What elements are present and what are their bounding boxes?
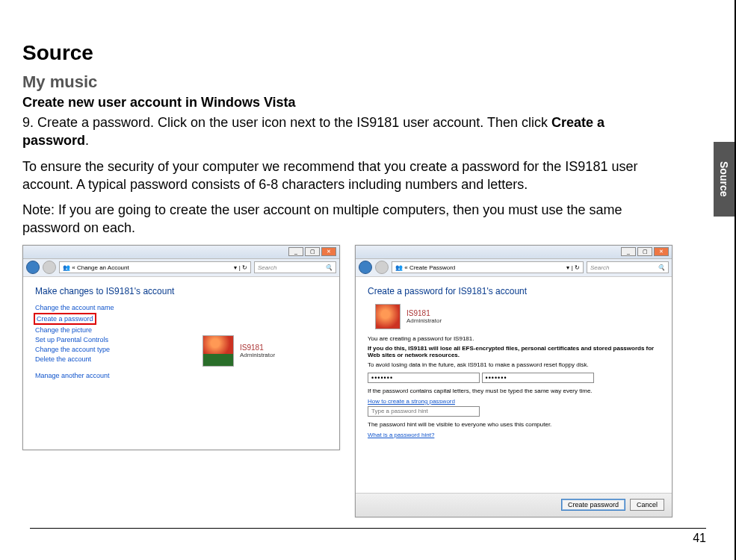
note-hint-visible: The password hint will be visible to eve… [368, 421, 660, 428]
step-number: 9. [22, 115, 34, 130]
password-field-2[interactable] [482, 373, 594, 383]
maximize-button[interactable]: ▢ [305, 247, 320, 256]
side-tab: Source [714, 142, 735, 217]
forward-button[interactable] [43, 261, 56, 274]
link-change-picture[interactable]: Change the picture [35, 326, 327, 334]
user-name-left: IS9181 [240, 343, 275, 352]
note-efs-warning: If you do this, IS9181 will lose all EFS… [368, 345, 660, 358]
main-content: Source My music Create new user account … [0, 0, 702, 540]
forward-button-r[interactable] [375, 261, 389, 274]
paragraph-note: Note: If you are going to create the use… [22, 201, 672, 237]
page-title: Source [22, 41, 672, 65]
breadcrumb-text-left: « Change an Account [72, 264, 129, 271]
create-password-button[interactable]: Create password [561, 499, 625, 511]
section-title: My music [22, 72, 672, 92]
close-button[interactable]: ✕ [321, 247, 336, 256]
titlebar-left: _ ▢ ✕ [23, 246, 339, 259]
step-text-b: . [85, 133, 89, 148]
maximize-button-r[interactable]: ▢ [637, 247, 652, 256]
step-9: 9. Create a password. Click on the user … [22, 113, 672, 150]
folder-icon-r: 👥 [395, 264, 403, 271]
paragraph-security: To ensure the security of your computer … [22, 158, 672, 194]
window-change-account: _ ▢ ✕ 👥 « Change an Account ▾ | ↻ Search… [22, 245, 340, 450]
breadcrumb-right[interactable]: 👥 « Create Password ▾ | ↻ [392, 261, 584, 273]
link-delete-account[interactable]: Delete the account [35, 355, 327, 363]
user-picture-icon [202, 335, 234, 367]
address-bar-left: 👥 « Change an Account ▾ | ↻ Search 🔍 [23, 259, 339, 277]
link-parental-controls[interactable]: Set up Parental Controls [35, 336, 327, 343]
back-button-r[interactable] [359, 261, 372, 274]
step-text-a: Create a password. Click on the user ico… [37, 115, 551, 130]
page-number: 41 [30, 528, 706, 545]
back-button[interactable] [26, 261, 40, 274]
user-role-right: Administrator [406, 317, 442, 324]
titlebar-right: _ ▢ ✕ [356, 246, 672, 259]
address-bar-right: 👥 « Create Password ▾ | ↻ Search 🔍 [356, 259, 672, 277]
password-hint-field[interactable] [368, 406, 480, 417]
folder-icon: 👥 [63, 264, 70, 271]
link-change-type[interactable]: Change the account type [35, 346, 327, 353]
pane-left: Make changes to IS9181's account Change … [23, 277, 339, 449]
search-input-right[interactable]: Search 🔍 [587, 261, 669, 273]
search-input-left[interactable]: Search 🔍 [254, 261, 336, 273]
note-creating: You are creating a password for IS9181. [368, 335, 660, 342]
subsection-title: Create new user account in Windows Vista [22, 95, 672, 111]
minimize-button-r[interactable]: _ [621, 247, 636, 256]
screenshots-row: _ ▢ ✕ 👥 « Change an Account ▾ | ↻ Search… [22, 245, 672, 517]
link-manage-another[interactable]: Manage another account [35, 372, 327, 379]
user-tile-right: IS9181 Administrator [375, 304, 660, 329]
note-floppy: To avoid losing data in the future, ask … [368, 361, 660, 368]
user-picture-icon-r [375, 304, 401, 329]
window-create-password: _ ▢ ✕ 👥 « Create Password ▾ | ↻ Search 🔍 [355, 245, 672, 517]
cancel-button[interactable]: Cancel [630, 499, 664, 511]
note-capitals: If the password contains capital letters… [368, 388, 660, 394]
user-name-right: IS9181 [406, 309, 442, 317]
link-change-name[interactable]: Change the account name [35, 304, 327, 311]
link-what-is-hint[interactable]: What is a password hint? [368, 432, 434, 438]
minimize-button[interactable]: _ [288, 247, 303, 256]
close-button-r[interactable]: ✕ [654, 247, 669, 256]
user-role-left: Administrator [240, 352, 275, 358]
search-placeholder-left: Search [258, 264, 276, 271]
breadcrumb-left[interactable]: 👥 « Change an Account ▾ | ↻ [59, 261, 251, 273]
user-tile-left[interactable]: IS9181 Administrator [202, 335, 275, 367]
heading-create-password: Create a password for IS9181's account [368, 286, 660, 296]
link-create-password[interactable]: Create a password [35, 314, 327, 324]
dialog-footer: Create password Cancel [356, 493, 672, 517]
link-create-password-text: Create a password [34, 313, 96, 325]
pane-right: Create a password for IS9181's account I… [356, 277, 672, 447]
heading-make-changes: Make changes to IS9181's account [35, 286, 327, 296]
password-field-1[interactable] [368, 373, 480, 383]
search-placeholder-right: Search [590, 264, 609, 271]
link-strong-password[interactable]: How to create a strong password [368, 398, 455, 405]
breadcrumb-text-right: « Create Password [404, 264, 455, 271]
account-actions-list: Change the account name Create a passwor… [35, 304, 327, 379]
